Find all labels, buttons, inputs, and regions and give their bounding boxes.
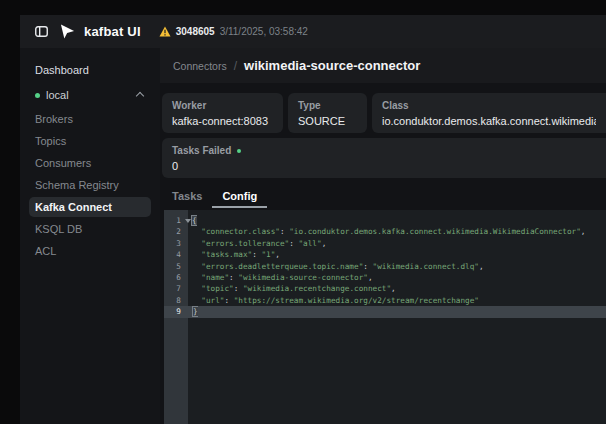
- sidebar: DashboardlocalBrokersTopicsConsumersSche…: [20, 48, 160, 424]
- tasks-failed-card: Tasks Failed 0: [162, 138, 606, 178]
- line-number: 8: [164, 295, 188, 306]
- tab-tasks[interactable]: Tasks: [162, 185, 212, 208]
- sidebar-nav: DashboardlocalBrokersTopicsConsumersSche…: [29, 60, 151, 261]
- alert-count: 3048605: [176, 26, 215, 37]
- sidebar-toggle-icon[interactable]: [35, 26, 48, 37]
- topbar: kafbat UI 3048605 3/11/2025, 03:58:42: [20, 15, 606, 48]
- sidebar-item-acl[interactable]: ACL: [29, 241, 151, 261]
- tab-config[interactable]: Config: [212, 185, 267, 208]
- code-text: "errors.deadletterqueue.topic.name": "wi…: [188, 261, 484, 272]
- kafbat-logo-icon[interactable]: [60, 24, 75, 39]
- card-class: Classio.conduktor.demos.kafka.connect.wi…: [372, 93, 606, 133]
- code-line[interactable]: 3 "errors.tollerance": "all",: [164, 238, 606, 249]
- line-number: 7: [164, 283, 188, 294]
- sidebar-item-ksql-db[interactable]: KSQL DB: [29, 219, 151, 239]
- tabs: TasksConfig: [162, 185, 606, 208]
- screen: kafbat UI 3048605 3/11/2025, 03:58:42 Da…: [0, 0, 606, 424]
- app-body: DashboardlocalBrokersTopicsConsumersSche…: [20, 48, 606, 424]
- sidebar-item-schema-registry[interactable]: Schema Registry: [29, 175, 151, 195]
- line-number: 3: [164, 238, 188, 249]
- alert-timestamp: 3/11/2025, 03:58:42: [220, 26, 308, 37]
- card-label: Class: [382, 100, 596, 111]
- code-text: "url": "https://stream.wikimedia.org/v2/…: [188, 295, 479, 306]
- sidebar-item-kafka-connect[interactable]: Kafka Connect: [29, 197, 151, 217]
- cluster-status-dot: [35, 93, 40, 98]
- code-line[interactable]: 9}: [164, 306, 606, 317]
- warning-icon: [159, 26, 171, 37]
- tasks-failed-value: 0: [172, 160, 596, 172]
- breadcrumb-section[interactable]: Connectors: [173, 60, 227, 72]
- card-label: Type: [298, 100, 357, 111]
- connector-detail: Workerkafka-connect:8083TypeSOURCEClassi…: [160, 83, 606, 424]
- sidebar-item-consumers[interactable]: Consumers: [29, 153, 151, 173]
- sidebar-item-dashboard[interactable]: Dashboard: [29, 60, 151, 80]
- card-value: kafka-connect:8083: [172, 115, 273, 127]
- sidebar-item-topics[interactable]: Topics: [29, 131, 151, 151]
- sidebar-item-brokers[interactable]: Brokers: [29, 109, 151, 129]
- breadcrumb-separator: /: [234, 59, 237, 73]
- matched-brace: {: [192, 216, 197, 225]
- code-line[interactable]: 2 "connector.class": "io.conduktor.demos…: [164, 226, 606, 237]
- main-panel: Connectors / wikimedia-source-connector …: [160, 48, 606, 424]
- editor-rows: 1{2 "connector.class": "io.conduktor.dem…: [164, 215, 606, 318]
- line-number: 1: [164, 215, 188, 226]
- code-text: "errors.tollerance": "all",: [188, 238, 326, 249]
- code-text: "tasks.max": "1",: [188, 249, 280, 260]
- code-line[interactable]: 5 "errors.deadletterqueue.topic.name": "…: [164, 261, 606, 272]
- tasks-failed-label: Tasks Failed: [172, 145, 231, 156]
- code-text: "name": "wikimedia-source-connector",: [188, 272, 373, 283]
- line-number: 9: [164, 306, 188, 317]
- brand-title[interactable]: kafbat UI: [84, 24, 141, 39]
- chevron-up-icon: [136, 92, 144, 100]
- code-line[interactable]: 6 "name": "wikimedia-source-connector",: [164, 272, 606, 283]
- line-number: 6: [164, 272, 188, 283]
- matched-brace: }: [193, 307, 198, 316]
- tasks-failed-header: Tasks Failed: [172, 145, 596, 156]
- line-number: 4: [164, 249, 188, 260]
- fold-chevron-icon[interactable]: [185, 219, 191, 223]
- code-text: "connector.class": "io.conduktor.demos.k…: [188, 226, 585, 237]
- card-worker: Workerkafka-connect:8083: [162, 93, 283, 133]
- app-window: kafbat UI 3048605 3/11/2025, 03:58:42 Da…: [20, 15, 606, 424]
- code-line[interactable]: 4 "tasks.max": "1",: [164, 249, 606, 260]
- overview-cards: Workerkafka-connect:8083TypeSOURCEClassi…: [162, 93, 606, 133]
- code-line[interactable]: 1{: [164, 215, 606, 226]
- sidebar-item-local[interactable]: local: [29, 85, 151, 105]
- alert-status[interactable]: 3048605 3/11/2025, 03:58:42: [159, 26, 308, 37]
- page-title: wikimedia-source-connector: [244, 58, 420, 73]
- code-line[interactable]: 7 "topic": "wikimedia.recentchange.conne…: [164, 283, 606, 294]
- config-editor[interactable]: 1{2 "connector.class": "io.conduktor.dem…: [164, 210, 606, 424]
- tasks-failed-status-dot: [237, 149, 241, 153]
- line-number: 2: [164, 226, 188, 237]
- breadcrumb: Connectors / wikimedia-source-connector: [160, 48, 606, 83]
- sidebar-item-label: local: [46, 88, 69, 102]
- line-number: 5: [164, 261, 188, 272]
- card-label: Worker: [172, 100, 273, 111]
- code-line[interactable]: 8 "url": "https://stream.wikimedia.org/v…: [164, 295, 606, 306]
- card-type: TypeSOURCE: [288, 93, 367, 133]
- card-value: io.conduktor.demos.kafka.connect.wikimed…: [382, 115, 596, 127]
- code-text: }: [188, 306, 198, 317]
- card-value: SOURCE: [298, 115, 357, 127]
- code-text: "topic": "wikimedia.recentchange.connect…: [188, 283, 396, 294]
